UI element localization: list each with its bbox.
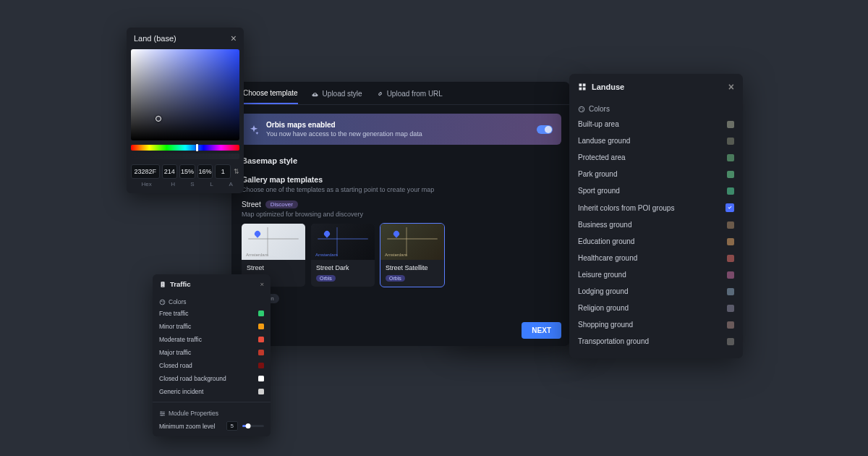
inherit-label: Inherit colors from POI groups: [578, 204, 674, 212]
color-picker-panel: Land (base) × 23282F 214 15% 16% 1 ⇅ Hex…: [127, 28, 244, 193]
cloud-upload-icon: [311, 90, 319, 98]
svg-point-3: [163, 303, 163, 303]
gallery-title: Gallery map templates: [242, 175, 560, 184]
hue-slider[interactable]: [131, 145, 239, 151]
orbis-badge: Orbis: [386, 275, 405, 282]
landuse-color-row[interactable]: Leisure ground: [569, 266, 743, 283]
traffic-color-row[interactable]: Major traffic: [153, 346, 271, 359]
color-swatch[interactable]: [258, 350, 264, 355]
orbis-toggle[interactable]: [537, 125, 553, 134]
palette-icon: [159, 299, 166, 305]
traffic-color-row[interactable]: Closed road: [153, 359, 271, 372]
svg-point-9: [582, 108, 583, 109]
template-card-street-dark[interactable]: Amsterdam Street Dark Orbis: [311, 224, 375, 287]
template-name: Street: [242, 260, 305, 273]
banner-title: Orbis maps enabled: [266, 121, 422, 129]
traffic-row-label: Closed road background: [159, 375, 226, 382]
landuse-color-row[interactable]: Sport ground: [569, 182, 743, 199]
s-input[interactable]: 15%: [179, 164, 195, 179]
stepper-icon[interactable]: ⇅: [233, 168, 239, 175]
h-label: H: [164, 181, 182, 187]
close-icon[interactable]: ×: [728, 82, 734, 92]
l-input[interactable]: 16%: [197, 164, 213, 179]
landuse-row-label: Healthcare ground: [578, 254, 637, 262]
traffic-color-row[interactable]: Closed road background: [153, 372, 271, 385]
traffic-color-row[interactable]: Moderate traffic: [153, 333, 271, 346]
color-swatch[interactable]: [258, 376, 264, 381]
a-input[interactable]: 1: [215, 164, 231, 179]
category-name: Street: [242, 200, 261, 208]
zoom-slider[interactable]: [242, 425, 264, 427]
svg-point-1: [161, 300, 162, 301]
svg-point-6: [161, 415, 162, 415]
color-swatch[interactable]: [727, 121, 734, 128]
link-icon: [375, 90, 383, 98]
palette-icon: [578, 106, 585, 113]
saturation-lightness-field[interactable]: [131, 49, 239, 140]
traffic-color-row[interactable]: Free traffic: [153, 307, 271, 320]
color-swatch[interactable]: [258, 324, 264, 329]
traffic-row-label: Closed road: [159, 362, 192, 369]
color-swatch[interactable]: [727, 154, 734, 161]
color-swatch[interactable]: [727, 288, 734, 295]
landuse-color-row[interactable]: Healthcare ground: [569, 250, 743, 266]
svg-point-7: [579, 106, 584, 112]
color-swatch[interactable]: [727, 321, 734, 329]
sparkle-icon: [249, 124, 259, 135]
landuse-color-row[interactable]: Shopping ground: [569, 316, 743, 333]
color-swatch[interactable]: [727, 338, 734, 345]
landuse-color-row[interactable]: Lodging ground: [569, 283, 743, 300]
color-swatch[interactable]: [727, 238, 734, 245]
color-swatch[interactable]: [727, 271, 734, 279]
template-card-street-satellite[interactable]: Amsterdam Street Satellite Orbis: [380, 224, 444, 287]
h-input[interactable]: 214: [162, 164, 178, 179]
marker-icon: [392, 229, 400, 237]
landuse-color-row[interactable]: Protected area: [569, 149, 743, 166]
category-help: Map optimized for browsing and discovery: [242, 211, 560, 218]
colors-section-label: Colors: [169, 298, 187, 305]
hue-handle[interactable]: [196, 144, 198, 151]
svg-point-4: [161, 411, 161, 412]
traffic-panel: Traffic × Colors Free trafficMinor traff…: [153, 274, 271, 436]
color-swatch[interactable]: [727, 221, 734, 229]
next-button[interactable]: NEXT: [522, 322, 561, 339]
banner-subtitle: You now have access to the new generatio…: [266, 130, 422, 138]
tab-upload-style[interactable]: Upload style: [311, 89, 362, 104]
color-swatch[interactable]: [258, 363, 264, 368]
traffic-color-row[interactable]: Generic incident: [153, 385, 271, 398]
alpha-slider[interactable]: [131, 153, 239, 159]
color-swatch[interactable]: [727, 171, 734, 178]
landuse-color-row[interactable]: Built-up area: [569, 116, 743, 132]
zoom-value[interactable]: 5: [226, 421, 238, 431]
landuse-color-row[interactable]: Park ground: [569, 166, 743, 182]
tab-choose-template[interactable]: Choose template: [243, 89, 298, 104]
color-swatch[interactable]: [258, 389, 264, 394]
color-swatch[interactable]: [727, 187, 734, 195]
traffic-row-label: Free traffic: [159, 310, 188, 317]
color-swatch[interactable]: [727, 138, 734, 145]
color-swatch[interactable]: [258, 337, 264, 342]
hex-input[interactable]: 23282F: [131, 164, 160, 179]
inherit-checkbox[interactable]: [726, 203, 734, 212]
landuse-color-row[interactable]: Religion ground: [569, 300, 743, 316]
landuse-color-row[interactable]: Business ground: [569, 216, 743, 233]
landuse-color-row[interactable]: Education ground: [569, 233, 743, 250]
color-swatch[interactable]: [727, 305, 734, 312]
close-icon[interactable]: ×: [260, 280, 264, 288]
landuse-color-row[interactable]: Landuse ground: [569, 132, 743, 149]
template-thumb: Amsterdam: [242, 224, 305, 260]
landuse-row-label: Lodging ground: [578, 287, 629, 295]
color-swatch[interactable]: [727, 255, 734, 262]
basemap-style-title: Basemap style: [242, 156, 560, 165]
traffic-color-row[interactable]: Minor traffic: [153, 320, 271, 333]
tab-upload-url[interactable]: Upload from URL: [375, 89, 443, 104]
color-swatch[interactable]: [258, 311, 264, 316]
landuse-color-row[interactable]: Transportation ground: [569, 333, 743, 350]
landuse-row-label: Built-up area: [578, 120, 619, 128]
sl-handle[interactable]: [156, 116, 161, 122]
inherit-colors-row[interactable]: Inherit colors from POI groups: [569, 199, 743, 216]
template-thumb: Amsterdam: [311, 224, 375, 260]
check-icon: [727, 205, 733, 211]
landuse-row-label: Landuse ground: [578, 137, 630, 145]
close-icon[interactable]: ×: [231, 33, 237, 43]
